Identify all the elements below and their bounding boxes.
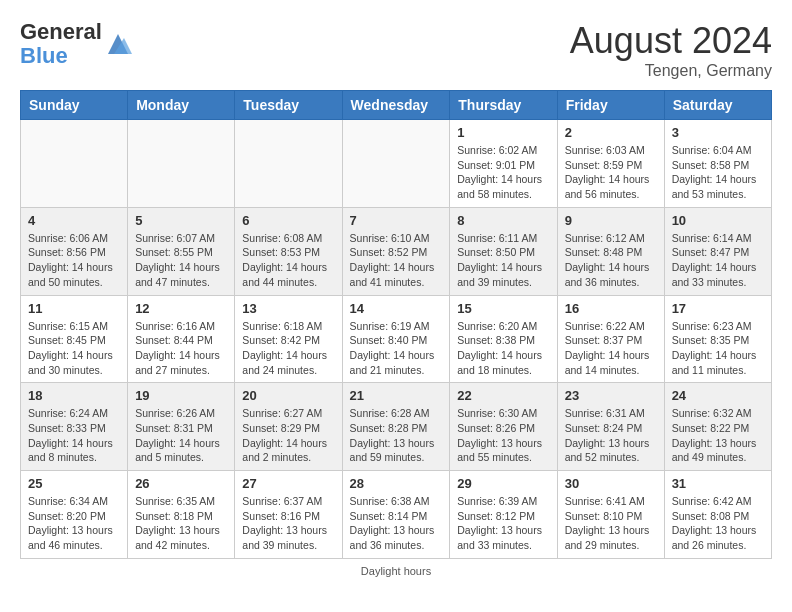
day-number: 16 [565,301,657,316]
day-number: 4 [28,213,120,228]
col-header-saturday: Saturday [664,91,771,120]
day-info: Sunrise: 6:10 AM Sunset: 8:52 PM Dayligh… [350,231,443,290]
col-header-friday: Friday [557,91,664,120]
calendar-cell: 15Sunrise: 6:20 AM Sunset: 8:38 PM Dayli… [450,295,557,383]
day-info: Sunrise: 6:27 AM Sunset: 8:29 PM Dayligh… [242,406,334,465]
day-number: 7 [350,213,443,228]
calendar-table: SundayMondayTuesdayWednesdayThursdayFrid… [20,90,772,559]
week-row-2: 4Sunrise: 6:06 AM Sunset: 8:56 PM Daylig… [21,207,772,295]
calendar-cell: 28Sunrise: 6:38 AM Sunset: 8:14 PM Dayli… [342,471,450,559]
day-info: Sunrise: 6:30 AM Sunset: 8:26 PM Dayligh… [457,406,549,465]
calendar-cell: 26Sunrise: 6:35 AM Sunset: 8:18 PM Dayli… [128,471,235,559]
day-info: Sunrise: 6:08 AM Sunset: 8:53 PM Dayligh… [242,231,334,290]
day-number: 18 [28,388,120,403]
day-number: 26 [135,476,227,491]
day-info: Sunrise: 6:12 AM Sunset: 8:48 PM Dayligh… [565,231,657,290]
day-number: 15 [457,301,549,316]
day-number: 6 [242,213,334,228]
calendar-cell: 1Sunrise: 6:02 AM Sunset: 9:01 PM Daylig… [450,120,557,208]
calendar-cell: 25Sunrise: 6:34 AM Sunset: 8:20 PM Dayli… [21,471,128,559]
day-number: 17 [672,301,764,316]
calendar-cell [342,120,450,208]
calendar-cell: 19Sunrise: 6:26 AM Sunset: 8:31 PM Dayli… [128,383,235,471]
day-info: Sunrise: 6:32 AM Sunset: 8:22 PM Dayligh… [672,406,764,465]
day-info: Sunrise: 6:42 AM Sunset: 8:08 PM Dayligh… [672,494,764,553]
day-info: Sunrise: 6:06 AM Sunset: 8:56 PM Dayligh… [28,231,120,290]
day-number: 2 [565,125,657,140]
month-year: August 2024 [570,20,772,62]
day-info: Sunrise: 6:15 AM Sunset: 8:45 PM Dayligh… [28,319,120,378]
day-number: 1 [457,125,549,140]
calendar-cell: 3Sunrise: 6:04 AM Sunset: 8:58 PM Daylig… [664,120,771,208]
day-info: Sunrise: 6:26 AM Sunset: 8:31 PM Dayligh… [135,406,227,465]
day-info: Sunrise: 6:02 AM Sunset: 9:01 PM Dayligh… [457,143,549,202]
calendar-cell: 10Sunrise: 6:14 AM Sunset: 8:47 PM Dayli… [664,207,771,295]
day-number: 10 [672,213,764,228]
week-row-5: 25Sunrise: 6:34 AM Sunset: 8:20 PM Dayli… [21,471,772,559]
col-header-thursday: Thursday [450,91,557,120]
logo: General Blue [20,20,132,68]
day-info: Sunrise: 6:07 AM Sunset: 8:55 PM Dayligh… [135,231,227,290]
calendar-cell: 13Sunrise: 6:18 AM Sunset: 8:42 PM Dayli… [235,295,342,383]
day-info: Sunrise: 6:28 AM Sunset: 8:28 PM Dayligh… [350,406,443,465]
week-row-4: 18Sunrise: 6:24 AM Sunset: 8:33 PM Dayli… [21,383,772,471]
calendar-cell: 18Sunrise: 6:24 AM Sunset: 8:33 PM Dayli… [21,383,128,471]
day-info: Sunrise: 6:20 AM Sunset: 8:38 PM Dayligh… [457,319,549,378]
day-number: 23 [565,388,657,403]
day-info: Sunrise: 6:03 AM Sunset: 8:59 PM Dayligh… [565,143,657,202]
day-info: Sunrise: 6:04 AM Sunset: 8:58 PM Dayligh… [672,143,764,202]
calendar-cell [21,120,128,208]
calendar-cell: 6Sunrise: 6:08 AM Sunset: 8:53 PM Daylig… [235,207,342,295]
header-row: SundayMondayTuesdayWednesdayThursdayFrid… [21,91,772,120]
day-number: 27 [242,476,334,491]
day-info: Sunrise: 6:34 AM Sunset: 8:20 PM Dayligh… [28,494,120,553]
col-header-sunday: Sunday [21,91,128,120]
day-info: Sunrise: 6:24 AM Sunset: 8:33 PM Dayligh… [28,406,120,465]
calendar-cell: 14Sunrise: 6:19 AM Sunset: 8:40 PM Dayli… [342,295,450,383]
day-number: 22 [457,388,549,403]
day-info: Sunrise: 6:35 AM Sunset: 8:18 PM Dayligh… [135,494,227,553]
week-row-1: 1Sunrise: 6:02 AM Sunset: 9:01 PM Daylig… [21,120,772,208]
col-header-wednesday: Wednesday [342,91,450,120]
logo-icon [104,30,132,58]
day-number: 5 [135,213,227,228]
calendar-cell: 21Sunrise: 6:28 AM Sunset: 8:28 PM Dayli… [342,383,450,471]
day-number: 14 [350,301,443,316]
day-info: Sunrise: 6:18 AM Sunset: 8:42 PM Dayligh… [242,319,334,378]
col-header-tuesday: Tuesday [235,91,342,120]
page-header: General Blue August 2024 Tengen, Germany [20,20,772,80]
day-number: 24 [672,388,764,403]
calendar-cell: 8Sunrise: 6:11 AM Sunset: 8:50 PM Daylig… [450,207,557,295]
calendar-cell: 12Sunrise: 6:16 AM Sunset: 8:44 PM Dayli… [128,295,235,383]
day-number: 29 [457,476,549,491]
day-info: Sunrise: 6:37 AM Sunset: 8:16 PM Dayligh… [242,494,334,553]
day-number: 21 [350,388,443,403]
footer-note: Daylight hours [20,565,772,577]
logo-general: General [20,20,102,44]
calendar-cell: 24Sunrise: 6:32 AM Sunset: 8:22 PM Dayli… [664,383,771,471]
day-info: Sunrise: 6:22 AM Sunset: 8:37 PM Dayligh… [565,319,657,378]
day-info: Sunrise: 6:11 AM Sunset: 8:50 PM Dayligh… [457,231,549,290]
day-number: 30 [565,476,657,491]
week-row-3: 11Sunrise: 6:15 AM Sunset: 8:45 PM Dayli… [21,295,772,383]
day-number: 9 [565,213,657,228]
day-info: Sunrise: 6:39 AM Sunset: 8:12 PM Dayligh… [457,494,549,553]
calendar-cell: 11Sunrise: 6:15 AM Sunset: 8:45 PM Dayli… [21,295,128,383]
calendar-cell [235,120,342,208]
day-number: 12 [135,301,227,316]
location: Tengen, Germany [570,62,772,80]
calendar-cell: 27Sunrise: 6:37 AM Sunset: 8:16 PM Dayli… [235,471,342,559]
calendar-cell: 31Sunrise: 6:42 AM Sunset: 8:08 PM Dayli… [664,471,771,559]
day-info: Sunrise: 6:31 AM Sunset: 8:24 PM Dayligh… [565,406,657,465]
day-number: 3 [672,125,764,140]
calendar-cell: 16Sunrise: 6:22 AM Sunset: 8:37 PM Dayli… [557,295,664,383]
day-number: 8 [457,213,549,228]
day-number: 25 [28,476,120,491]
calendar-cell: 29Sunrise: 6:39 AM Sunset: 8:12 PM Dayli… [450,471,557,559]
day-number: 20 [242,388,334,403]
calendar-cell: 2Sunrise: 6:03 AM Sunset: 8:59 PM Daylig… [557,120,664,208]
calendar-cell: 17Sunrise: 6:23 AM Sunset: 8:35 PM Dayli… [664,295,771,383]
title-block: August 2024 Tengen, Germany [570,20,772,80]
calendar-cell: 23Sunrise: 6:31 AM Sunset: 8:24 PM Dayli… [557,383,664,471]
day-number: 11 [28,301,120,316]
